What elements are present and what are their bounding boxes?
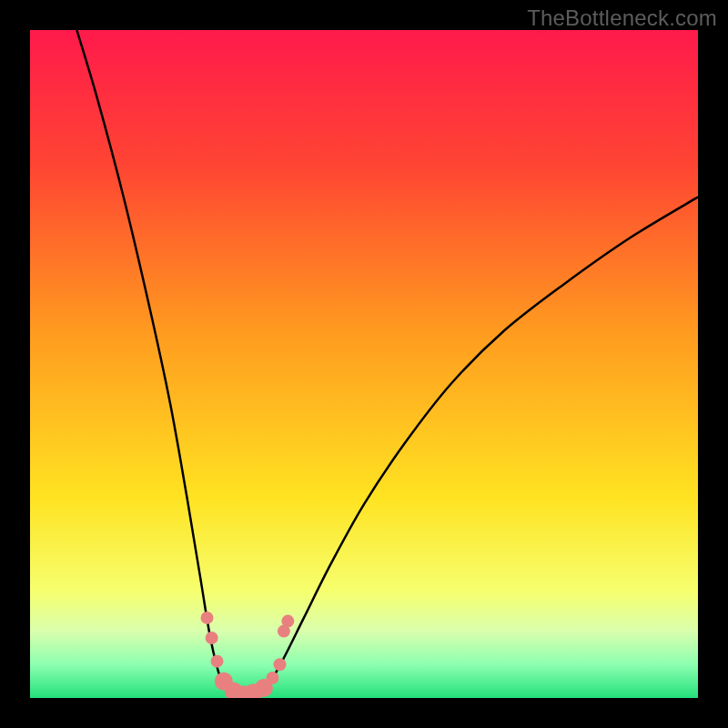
data-marker bbox=[201, 612, 214, 624]
data-marker bbox=[211, 655, 224, 668]
data-marker bbox=[274, 658, 287, 671]
gradient-background bbox=[30, 30, 698, 698]
data-marker bbox=[266, 672, 278, 684]
data-marker bbox=[281, 615, 294, 628]
plot-area bbox=[30, 30, 698, 698]
chart-frame: TheBottleneck.com bbox=[0, 0, 728, 728]
watermark-label: TheBottleneck.com bbox=[527, 5, 717, 31]
data-marker bbox=[206, 632, 218, 644]
chart-svg bbox=[30, 30, 698, 698]
